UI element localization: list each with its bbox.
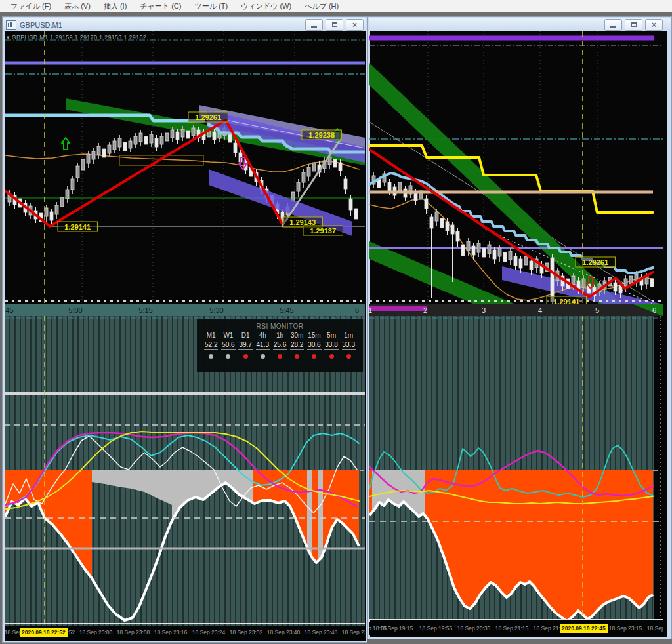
- restore-button[interactable]: [326, 19, 343, 31]
- rsi-column-30m: 30m28.2: [290, 332, 304, 359]
- svg-text:5: 5: [595, 306, 599, 314]
- left-price-chart[interactable]: 1.292611.292381.291411.291431.291374:455…: [5, 31, 365, 316]
- rsi-column-1h: 1h25.6: [273, 332, 287, 359]
- application-window: ファイル (F) 表示 (V) 挿入 (I) チャート (C) ツール (T) …: [0, 0, 672, 644]
- rsi-status-dot: [209, 354, 213, 359]
- svg-text:5:30: 5:30: [209, 306, 223, 314]
- menu-window[interactable]: ウィンドウ (W): [234, 0, 298, 12]
- svg-text:4:45: 4:45: [5, 306, 14, 314]
- rsi-status-dot: [261, 354, 265, 359]
- minimize-icon: [610, 26, 616, 28]
- svg-text:5:45: 5:45: [280, 306, 293, 314]
- minimize-button[interactable]: [305, 19, 323, 31]
- menu-insert[interactable]: 挿入 (I): [97, 0, 133, 12]
- time-label: 18 Sep 23:32: [230, 629, 263, 635]
- svg-text:6: 6: [652, 306, 656, 314]
- right-time-label-row: 18 Sep 18:3518 Sep 19:1518 Sep 19:5518 S…: [369, 622, 663, 635]
- left-title-bar[interactable]: GBPUSD,M1 ×: [3, 18, 366, 31]
- menu-file[interactable]: ファイル (F): [4, 0, 58, 12]
- restore-icon: [631, 22, 637, 27]
- rsi-monitor-panel: --- RSI MONITOR --- M152.2W150.6D139.74h…: [197, 319, 363, 372]
- left-time-label-row: 18 Sep 22:4418 Sep 22:5218 Sep 23:0018 S…: [5, 626, 365, 639]
- menu-help[interactable]: ヘルプ (H): [298, 0, 345, 12]
- rsi-status-dot: [346, 354, 351, 359]
- close-button[interactable]: ×: [645, 19, 663, 31]
- rsi-column-M1: M152.2: [204, 332, 218, 359]
- rsi-status-dot: [278, 354, 282, 359]
- time-label: 18 Sep 19:55: [419, 625, 453, 632]
- svg-text:5:15: 5:15: [138, 306, 152, 314]
- time-label: 18 Sep 23:55: [647, 625, 663, 632]
- svg-text:1.29141: 1.29141: [64, 223, 91, 231]
- menu-bar: ファイル (F) 表示 (V) 挿入 (I) チャート (C) ツール (T) …: [0, 0, 672, 12]
- svg-text:1.29143: 1.29143: [289, 218, 316, 226]
- time-label: 18 Sep 19:15: [380, 625, 413, 632]
- svg-text:1.29137: 1.29137: [310, 227, 336, 235]
- rsi-column-4h: 4h41.3: [256, 332, 270, 359]
- time-label: 18 Sep 20:35: [457, 625, 491, 632]
- svg-text:1: 1: [369, 306, 372, 314]
- rsi-monitor-columns: M152.2W150.6D139.74h41.31h25.630m28.215m…: [198, 330, 362, 359]
- restore-icon: [332, 22, 337, 27]
- time-label: 18 Sep 23:00: [79, 629, 113, 635]
- svg-text:6: 6: [355, 306, 359, 314]
- right-indicator-panel[interactable]: [369, 316, 663, 620]
- svg-text:1.29238: 1.29238: [308, 131, 335, 139]
- restore-button[interactable]: [625, 19, 642, 31]
- rsi-column-1m: 1m33.3: [342, 332, 356, 359]
- rsi-status-dot: [329, 354, 334, 359]
- menu-view[interactable]: 表示 (V): [58, 0, 97, 12]
- data-window-arrow-icon[interactable]: ▾: [7, 34, 10, 41]
- svg-text:4: 4: [538, 306, 542, 314]
- time-label: 18 Sep 23:48: [304, 629, 338, 635]
- svg-text:2: 2: [423, 306, 427, 314]
- right-title-bar[interactable]: ×: [369, 18, 671, 31]
- time-label: 18 Sep 23:24: [192, 629, 226, 635]
- chart-window-icon: [6, 20, 16, 30]
- rsi-column-D1: D139.7: [238, 332, 252, 359]
- rsi-status-dot: [226, 354, 230, 359]
- time-label: 18 Sep 23:56: [342, 629, 365, 635]
- ohlc-readout: ▾ GBPUSD,M1 1.29159 1.29170 1.29153 1.29…: [7, 34, 146, 41]
- time-label: 18 Sep 23:15: [609, 625, 642, 632]
- highlighted-time-label: 2020.09.18 22:52: [20, 628, 68, 637]
- highlighted-time-label: 2020.09.18 22:45: [560, 624, 608, 633]
- rsi-monitor-title: --- RSI MONITOR ---: [198, 323, 362, 330]
- left-window-title: GBPUSD,M1: [20, 21, 62, 29]
- minimize-icon: [311, 26, 317, 28]
- svg-text:5:00: 5:00: [68, 306, 82, 314]
- minimize-button[interactable]: [604, 19, 622, 31]
- rsi-column-15m: 15m30.6: [307, 332, 321, 359]
- rsi-column-W1: W150.6: [221, 332, 235, 359]
- rsi-status-dot: [295, 354, 299, 359]
- menu-chart[interactable]: チャート (C): [133, 0, 188, 12]
- rsi-status-dot: [312, 354, 316, 359]
- right-price-chart[interactable]: 1.292611.29141123456: [369, 31, 663, 316]
- time-label: 18 Sep 23:40: [267, 629, 301, 635]
- svg-text:3: 3: [482, 306, 486, 314]
- close-icon: ×: [652, 22, 656, 28]
- time-label: 18 Sep 21:15: [495, 625, 529, 632]
- svg-text:1.29261: 1.29261: [195, 113, 221, 121]
- time-label: 18 Sep 23:08: [117, 629, 150, 635]
- rsi-status-dot: [243, 354, 248, 359]
- close-button[interactable]: ×: [346, 19, 364, 31]
- menu-tools[interactable]: ツール (T): [188, 0, 234, 12]
- rsi-column-5m: 5m33.8: [324, 332, 338, 359]
- svg-text:1.29261: 1.29261: [582, 258, 608, 266]
- close-icon: ×: [352, 22, 357, 28]
- time-label: 18 Sep 23:16: [154, 629, 188, 635]
